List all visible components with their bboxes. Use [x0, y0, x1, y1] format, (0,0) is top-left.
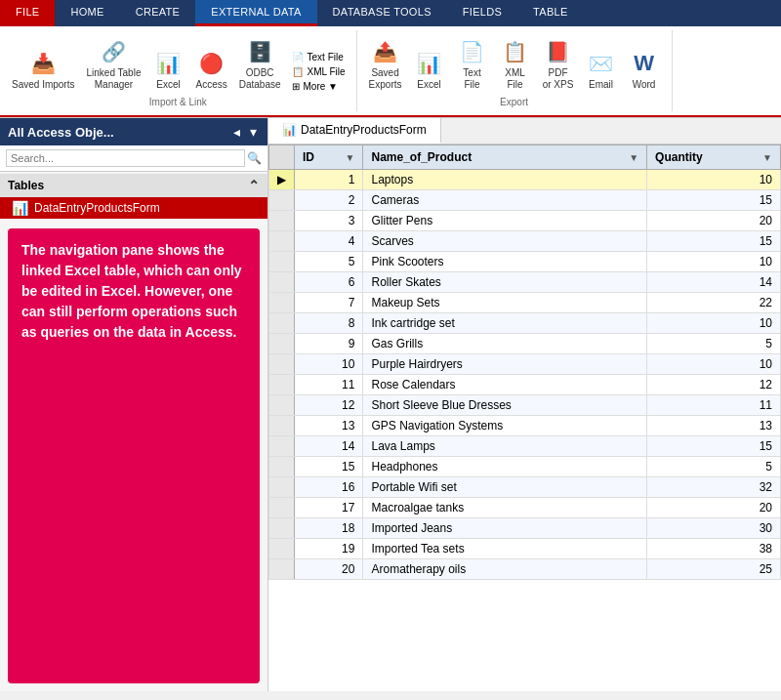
saved-exports-button[interactable]: 📤 SavedExports — [365, 34, 406, 93]
cell-qty: 20 — [647, 211, 781, 231]
tab-database-tools[interactable]: DATABASE TOOLS — [317, 0, 447, 26]
text-file-icon: 📄 — [292, 52, 304, 62]
cell-qty: 11 — [647, 395, 781, 416]
xml-file-icon: 📋 — [292, 66, 304, 77]
table-row[interactable]: 15Headphones5 — [269, 457, 781, 477]
cell-id: 18 — [295, 518, 363, 539]
col-header-qty[interactable]: Quantity ▼ — [647, 145, 781, 170]
table-row[interactable]: 10Purple Hairdryers10 — [269, 354, 781, 375]
col-header-id[interactable]: ID ▼ — [295, 145, 363, 170]
row-selector — [269, 559, 295, 580]
odbc-button[interactable]: 🗄️ ODBCDatabase — [235, 34, 285, 93]
table-row[interactable]: 17Macroalgae tanks20 — [269, 498, 781, 518]
table-row[interactable]: 3Glitter Pens20 — [269, 211, 781, 231]
cell-name: GPS Navigation Systems — [363, 416, 647, 436]
table-row[interactable]: 19Imported Tea sets38 — [269, 539, 781, 559]
table-row[interactable]: 18Imported Jeans30 — [269, 518, 781, 539]
nav-section-tables: Tables ⌃ 📊 DataEntryProductsForm — [0, 172, 267, 221]
tab-external-data[interactable]: EXTERNAL DATA — [195, 0, 316, 26]
small-import-group: 📄 Text File 📋 XML File ⊞ More ▼ — [289, 51, 349, 93]
table-row[interactable]: 11Rose Calendars12 — [269, 375, 781, 395]
tab-home[interactable]: HOME — [55, 0, 119, 26]
table-row[interactable]: 14Lava Lamps15 — [269, 436, 781, 457]
more-button[interactable]: ⊞ More ▼ — [289, 80, 349, 93]
table-row[interactable]: 4Scarves15 — [269, 231, 781, 252]
excel-import-button[interactable]: 📊 Excel — [148, 46, 187, 93]
col-header-name[interactable]: Name_of_Product ▼ — [363, 145, 647, 170]
table-row[interactable]: 20Aromatherapy oils25 — [269, 559, 781, 580]
table-row[interactable]: 2Cameras15 — [269, 190, 781, 211]
row-selector — [269, 293, 295, 313]
excel-import-icon: 📊 — [152, 48, 184, 79]
table-row[interactable]: 6Roller Skates14 — [269, 272, 781, 293]
row-selector — [269, 518, 295, 539]
cell-qty: 10 — [647, 354, 781, 375]
cell-name: Purple Hairdryers — [363, 354, 647, 375]
cell-name: Macroalgae tanks — [363, 498, 647, 518]
data-table-container[interactable]: ID ▼ Name_of_Product ▼ Q — [268, 144, 781, 691]
table-row[interactable]: 13GPS Navigation Systems13 — [269, 416, 781, 436]
cell-name: Roller Skates — [363, 272, 647, 293]
table-row[interactable]: ▶1Laptops10 — [269, 170, 781, 190]
search-icon[interactable]: 🔍 — [247, 151, 262, 165]
text-file-export-icon: 📄 — [457, 36, 488, 67]
table-row[interactable]: 8Ink cartridge set10 — [269, 313, 781, 334]
excel-import-label: Excel — [156, 79, 180, 91]
cell-id: 5 — [295, 252, 363, 272]
table-row[interactable]: 12Short Sleeve Blue Dresses11 — [269, 395, 781, 416]
nav-item-data-entry-products-form[interactable]: 📊 DataEntryProductsForm — [0, 197, 267, 219]
table-row[interactable]: 16Portable Wifi set32 — [269, 477, 781, 498]
table-item-icon: 📊 — [12, 200, 28, 216]
word-export-label: Word — [633, 79, 656, 91]
nav-search-input[interactable] — [6, 149, 245, 167]
tab-file[interactable]: FILE — [0, 0, 55, 26]
cell-id: 12 — [295, 395, 363, 416]
text-file-export-button[interactable]: 📄 TextFile — [453, 34, 492, 93]
row-selector — [269, 416, 295, 436]
row-selector — [269, 375, 295, 395]
more-label: More ▼ — [304, 81, 338, 92]
data-tab-active[interactable]: 📊 DataEntryProductsForm — [268, 118, 441, 144]
odbc-icon: 🗄️ — [244, 36, 275, 67]
cell-name: Headphones — [363, 457, 647, 477]
tab-fields[interactable]: FIELDS — [447, 0, 517, 26]
cell-name: Portable Wifi set — [363, 477, 647, 498]
cell-qty: 10 — [647, 313, 781, 334]
excel-export-button[interactable]: 📊 Excel — [410, 46, 449, 93]
linked-table-label: Linked TableManager — [86, 67, 141, 91]
cell-qty: 5 — [647, 334, 781, 354]
row-selector — [269, 395, 295, 416]
cell-id: 15 — [295, 457, 363, 477]
callout-text: The navigation pane shows the linked Exc… — [21, 242, 242, 340]
access-import-button[interactable]: 🔴 Access — [191, 46, 230, 93]
email-export-button[interactable]: ✉️ Email — [582, 46, 621, 93]
tab-create[interactable]: CREATE — [120, 0, 196, 26]
table-row[interactable]: 9Gas Grills5 — [269, 334, 781, 354]
tab-table[interactable]: TABLE — [517, 0, 584, 26]
tables-section-header[interactable]: Tables ⌃ — [0, 174, 267, 197]
word-export-button[interactable]: W Word — [625, 46, 664, 93]
nav-menu-button[interactable]: ▾ — [247, 124, 260, 140]
saved-exports-label: SavedExports — [369, 67, 402, 91]
row-selector — [269, 252, 295, 272]
cell-name: Aromatherapy oils — [363, 559, 647, 580]
xml-file-button[interactable]: 📋 XML File — [289, 65, 349, 78]
cell-id: 4 — [295, 231, 363, 252]
row-selector — [269, 477, 295, 498]
xml-file-export-icon: 📋 — [500, 36, 531, 67]
linked-table-manager-button[interactable]: 🔗 Linked TableManager — [82, 34, 144, 93]
cell-id: 14 — [295, 436, 363, 457]
nav-pane-title: All Access Obje... — [8, 125, 114, 140]
cell-qty: 13 — [647, 416, 781, 436]
row-selector — [269, 334, 295, 354]
saved-imports-button[interactable]: 📥 Saved Imports — [8, 46, 78, 93]
text-file-button[interactable]: 📄 Text File — [289, 51, 349, 63]
nav-collapse-button[interactable]: ◂ — [230, 124, 243, 140]
cell-id: 7 — [295, 293, 363, 313]
table-row[interactable]: 5Pink Scooters10 — [269, 252, 781, 272]
table-header-row: ID ▼ Name_of_Product ▼ Q — [269, 145, 781, 170]
xml-file-export-button[interactable]: 📋 XMLFile — [496, 34, 535, 93]
nav-pane-controls: ◂ ▾ — [230, 124, 260, 140]
pdf-export-button[interactable]: 📕 PDFor XPS — [539, 34, 578, 93]
table-row[interactable]: 7Makeup Sets22 — [269, 293, 781, 313]
